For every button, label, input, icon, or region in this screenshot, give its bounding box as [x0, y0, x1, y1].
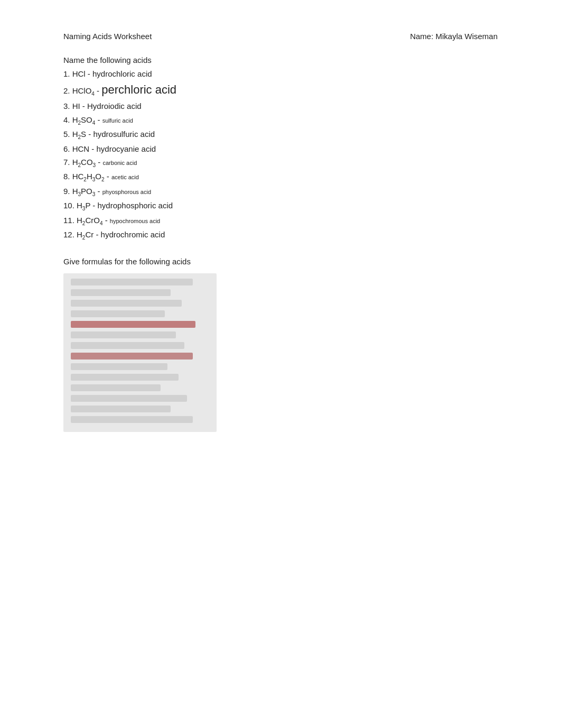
blurred-row	[71, 416, 193, 423]
blurred-row	[71, 310, 165, 317]
subscript: 2	[82, 235, 86, 241]
blurred-row	[71, 331, 176, 338]
subscript: 4	[92, 120, 96, 126]
list-item: 4. H2SO4 - sulfuric acid	[63, 114, 498, 127]
list-item: 8. HC2H3O2 - acetic acid	[63, 170, 498, 184]
small-answer: carbonic acid	[102, 160, 137, 166]
item-number: 11. H2CrO4 - hypochromous acid	[63, 216, 160, 225]
student-name: Name: Mikayla Wiseman	[410, 32, 498, 41]
blurred-row	[71, 289, 171, 296]
blurred-row	[71, 374, 179, 381]
big-answer: perchloric acid	[101, 83, 176, 96]
acid-naming-list: 1. HCl - hydrochloric acid 2. HClO4 - pe…	[63, 68, 498, 242]
section1-title: Name the following acids	[63, 56, 498, 64]
item-number: 8. HC2H3O2 - acetic acid	[63, 172, 139, 181]
worksheet-title: Naming Acids Worksheet	[63, 32, 152, 41]
subscript: 4	[100, 220, 103, 226]
subscript: 2	[78, 134, 81, 140]
item-number: 2. HClO4 - perchloric acid	[63, 86, 176, 95]
small-answer: acetic acid	[111, 174, 139, 180]
header: Naming Acids Worksheet Name: Mikayla Wis…	[63, 32, 498, 41]
list-item: 3. HI - Hydroiodic acid	[63, 100, 498, 112]
blurred-row	[71, 363, 167, 370]
blurred-row	[71, 406, 171, 412]
item-number: 3. HI - Hydroiodic acid	[63, 102, 142, 110]
blurred-row	[71, 384, 161, 391]
list-item: 10. H3P - hydrophosphoric acid	[63, 199, 498, 213]
item-number: 5. H2S - hydrosulfuric acid	[63, 130, 155, 139]
subscript: 2	[83, 177, 87, 182]
item-number: 6. HCN - hydrocyanie acid	[63, 144, 156, 153]
small-answer: sulfuric acid	[102, 117, 133, 124]
naming-acids-section: Name the following acids 1. HCl - hydroc…	[63, 56, 498, 242]
item-number: 7. H2CO3 - carbonic acid	[63, 158, 137, 167]
section2-title: Give formulas for the following acids	[63, 257, 498, 266]
subscript: 2	[101, 177, 105, 182]
list-item: 1. HCl - hydrochloric acid	[63, 68, 498, 80]
item-number: 12. H2Cr - hydrochromic acid	[63, 230, 165, 239]
list-item: 12. H2Cr - hydrochromic acid	[63, 228, 498, 242]
item-number: 9. H3PO3 - phyosphorous acid	[63, 187, 151, 196]
subscript: 3	[92, 191, 96, 197]
subscript: 3	[92, 177, 96, 182]
blurred-row	[71, 279, 193, 285]
list-item: 6. HCN - hydrocyanie acid	[63, 143, 498, 155]
subscript: 3	[93, 162, 96, 168]
small-answer: hypochromous acid	[110, 218, 160, 224]
item-number: 1. HCl - hydrochloric acid	[63, 69, 152, 78]
blurred-row	[71, 300, 182, 307]
subscript: 2	[78, 120, 81, 126]
item-number: 10. H3P - hydrophosphoric acid	[63, 201, 173, 210]
blurred-row-highlight	[71, 353, 193, 360]
list-item: 5. H2S - hydrosulfuric acid	[63, 128, 498, 142]
subscript: 2	[78, 162, 81, 168]
subscript: 3	[82, 206, 86, 211]
item-number: 4. H2SO4 - sulfuric acid	[63, 115, 133, 124]
list-item: 7. H2CO3 - carbonic acid	[63, 156, 498, 170]
blurred-row	[71, 342, 184, 349]
list-item: 9. H3PO3 - phyosphorous acid	[63, 185, 498, 199]
list-item: 2. HClO4 - perchloric acid	[63, 81, 498, 99]
blurred-content	[63, 273, 217, 432]
blurred-row	[71, 395, 187, 402]
page: Naming Acids Worksheet Name: Mikayla Wis…	[0, 0, 561, 728]
subscript: 2	[82, 220, 86, 226]
subscript: 4	[91, 91, 95, 97]
small-answer: phyosphorous acid	[102, 189, 151, 195]
list-item: 11. H2CrO4 - hypochromous acid	[63, 214, 498, 228]
subscript: 3	[78, 191, 81, 197]
blurred-row-highlight	[71, 321, 195, 328]
formula-section: Give formulas for the following acids	[63, 257, 498, 432]
